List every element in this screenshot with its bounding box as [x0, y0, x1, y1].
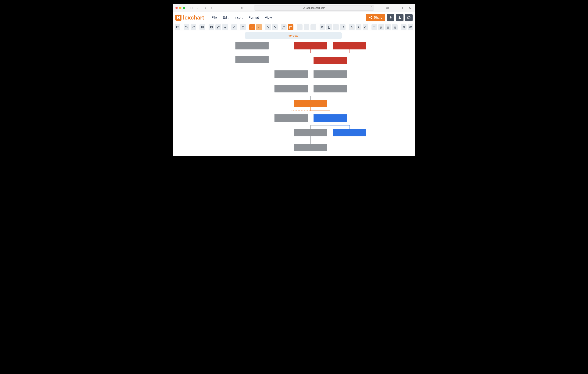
- tool-connector-style-elbow[interactable]: [288, 24, 294, 30]
- svg-rect-53: [351, 28, 353, 28]
- chart-node[interactable]: [314, 85, 347, 92]
- tool-add-box[interactable]: [209, 24, 214, 30]
- lock-icon: [303, 7, 305, 9]
- chart-node[interactable]: [314, 57, 347, 64]
- app-menu: File Edit Insert Format View: [212, 16, 272, 20]
- close-window-icon[interactable]: [175, 7, 178, 9]
- tool-connector-style-straight[interactable]: [281, 24, 287, 30]
- app-logo[interactable]: lexchart: [175, 14, 204, 21]
- logo-text: lexchart: [183, 14, 204, 21]
- svg-rect-31: [201, 27, 202, 28]
- tool-expand[interactable]: [265, 24, 271, 30]
- tool-bold[interactable]: B: [320, 24, 325, 30]
- chart-node[interactable]: [235, 42, 269, 49]
- share-button[interactable]: Share: [366, 14, 385, 21]
- tool-connector[interactable]: [215, 24, 221, 30]
- tool-underline[interactable]: U: [326, 24, 332, 30]
- svg-text:A: A: [224, 26, 226, 28]
- chart-node[interactable]: [235, 56, 269, 63]
- tool-fill-color[interactable]: [356, 24, 361, 30]
- svg-rect-28: [177, 28, 179, 28]
- tool-magic-auto[interactable]: [249, 24, 255, 30]
- svg-rect-26: [177, 26, 179, 27]
- tool-border-color[interactable]: [363, 24, 368, 30]
- download-button[interactable]: [387, 14, 394, 21]
- chart-node[interactable]: [294, 42, 327, 49]
- logo-mark-icon: [175, 15, 181, 21]
- menu-edit[interactable]: Edit: [223, 16, 228, 20]
- nav-back-icon[interactable]: [203, 5, 208, 11]
- url-text: app.lexchart.com: [306, 6, 325, 9]
- chart-node[interactable]: [274, 70, 308, 78]
- menu-file[interactable]: File: [212, 16, 217, 20]
- tool-collapse[interactable]: [272, 24, 278, 30]
- tool-delete[interactable]: [240, 24, 246, 30]
- chart-node[interactable]: [314, 114, 347, 122]
- window-controls: [175, 7, 185, 9]
- svg-rect-9: [410, 7, 411, 9]
- chart-node[interactable]: [294, 100, 327, 107]
- nav-forward-icon[interactable]: [209, 5, 214, 11]
- chevron-down-icon[interactable]: [195, 5, 200, 11]
- chart-node[interactable]: [333, 129, 366, 136]
- fullscreen-window-icon[interactable]: [183, 7, 185, 9]
- menu-insert[interactable]: Insert: [234, 16, 243, 20]
- tool-text-size[interactable]: TT: [340, 24, 346, 30]
- reload-icon[interactable]: [370, 6, 373, 10]
- canvas[interactable]: Vertical: [173, 31, 415, 156]
- sidebar-toggle-icon[interactable]: [189, 5, 194, 11]
- minimize-window-icon[interactable]: [179, 7, 181, 9]
- chart-node[interactable]: [294, 144, 327, 151]
- tool-italic[interactable]: I: [333, 24, 339, 30]
- svg-rect-55: [364, 28, 366, 28]
- downloads-icon[interactable]: [385, 5, 390, 11]
- help-button[interactable]: [405, 14, 413, 21]
- svg-text:T: T: [342, 27, 343, 28]
- toolbar: ABUITTA: [173, 23, 415, 31]
- menu-format[interactable]: Format: [249, 16, 259, 20]
- chart-node[interactable]: [274, 114, 308, 122]
- tool-align-center[interactable]: [385, 24, 391, 30]
- tool-pencil[interactable]: [231, 24, 237, 30]
- tool-align-left[interactable]: [378, 24, 384, 30]
- svg-rect-30: [202, 26, 204, 27]
- url-bar[interactable]: app.lexchart.com: [254, 5, 374, 11]
- svg-text:A: A: [351, 26, 353, 28]
- tool-magic-auto-alt[interactable]: [256, 24, 262, 30]
- tool-align-right[interactable]: [392, 24, 398, 30]
- svg-rect-3: [304, 8, 305, 9]
- tool-line-solid[interactable]: [297, 24, 303, 30]
- chart-node[interactable]: [294, 129, 327, 136]
- chart-node[interactable]: [274, 85, 308, 92]
- svg-rect-12: [177, 17, 180, 18]
- svg-point-24: [409, 18, 409, 19]
- app-actions: Share: [366, 14, 413, 21]
- svg-rect-10: [177, 16, 178, 17]
- tool-line-dashed[interactable]: [304, 24, 309, 30]
- chart-svg: [173, 31, 415, 156]
- svg-rect-27: [177, 27, 179, 27]
- chart-node[interactable]: [314, 70, 347, 78]
- tool-layout-vertical[interactable]: [401, 24, 407, 30]
- new-tab-icon[interactable]: [400, 5, 405, 11]
- account-button[interactable]: [396, 14, 403, 21]
- svg-point-22: [399, 16, 400, 18]
- tool-layout-horizontal[interactable]: [408, 24, 413, 30]
- tool-redo[interactable]: [190, 24, 196, 30]
- chart-node[interactable]: [333, 42, 366, 49]
- tool-align-distribute[interactable]: [371, 24, 377, 30]
- layout-tooltip: Vertical: [245, 32, 342, 39]
- tool-grid-view[interactable]: [200, 24, 205, 30]
- tool-line-dotted[interactable]: [310, 24, 316, 30]
- shield-icon[interactable]: [240, 5, 245, 11]
- svg-text:T: T: [343, 26, 344, 28]
- share-icon[interactable]: [392, 5, 398, 11]
- tool-text-frame[interactable]: A: [222, 24, 228, 30]
- tabs-icon[interactable]: [408, 5, 413, 11]
- browser-window: app.lexchart.com lexchart: [173, 4, 415, 156]
- tool-text-color[interactable]: A: [349, 24, 355, 30]
- menu-view[interactable]: View: [265, 16, 272, 20]
- svg-rect-38: [242, 26, 244, 28]
- tool-panel-toggle[interactable]: [175, 24, 180, 30]
- tool-undo[interactable]: [184, 24, 189, 30]
